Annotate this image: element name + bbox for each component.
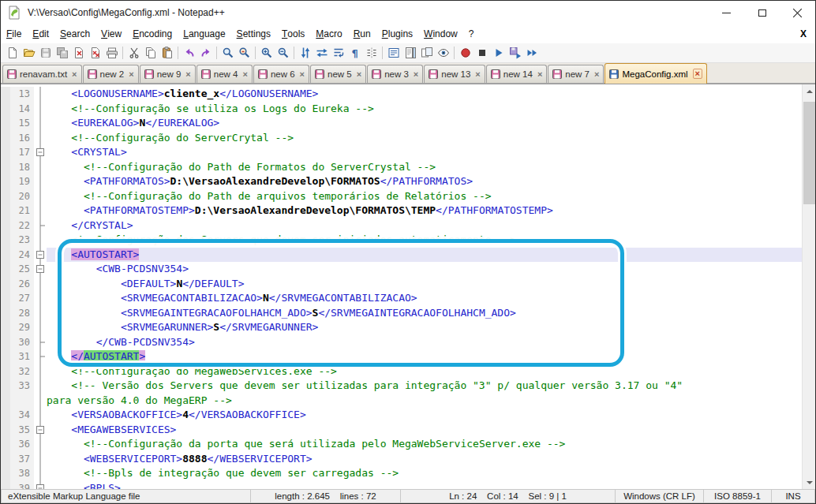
tab-new-13[interactable]: new 13× bbox=[424, 65, 485, 83]
code-text[interactable]: <WEBSERVICEPORT>8888</WEBSERVICEPORT> bbox=[47, 452, 815, 467]
tab-new-2[interactable]: new 2× bbox=[83, 65, 139, 83]
savemacro-icon[interactable] bbox=[507, 45, 523, 62]
copy-icon[interactable] bbox=[142, 45, 159, 62]
menu-item-plugins[interactable]: Plugins bbox=[376, 24, 418, 43]
tab-close-icon[interactable]: × bbox=[300, 70, 305, 79]
tab-close-icon[interactable]: × bbox=[414, 70, 418, 79]
menu-item-encoding[interactable]: Encoding bbox=[127, 24, 178, 43]
tab-megaconfig-xml[interactable]: MegaConfig.xml× bbox=[605, 63, 707, 84]
tab-new-4[interactable]: new 4× bbox=[197, 65, 253, 83]
tab-new-3[interactable]: new 3× bbox=[367, 65, 423, 83]
tab-close-icon[interactable]: × bbox=[357, 70, 361, 79]
synch-icon[interactable] bbox=[313, 45, 330, 62]
tab-close-icon[interactable]: × bbox=[242, 70, 247, 79]
play-icon[interactable] bbox=[490, 45, 507, 62]
fold-collapse-icon[interactable] bbox=[34, 248, 47, 263]
fold-collapse-icon[interactable] bbox=[34, 423, 47, 438]
menu-item-window[interactable]: Window bbox=[418, 24, 463, 43]
close-document-x[interactable]: X bbox=[792, 24, 815, 43]
code-text[interactable]: <!--Configuração do Path de arquivos tem… bbox=[47, 189, 815, 204]
code-text[interactable]: <!-- Versão dos Servers que devem ser ut… bbox=[47, 379, 815, 394]
code-text[interactable]: <DEFAULT>N</DEFAULT> bbox=[47, 277, 815, 292]
find-icon[interactable] bbox=[219, 45, 236, 62]
code-text[interactable]: <!--Configuração dos Servers que devem s… bbox=[47, 233, 815, 248]
menu-item-view[interactable]: View bbox=[95, 24, 127, 43]
fold-collapse-icon[interactable] bbox=[34, 481, 47, 490]
code-text[interactable]: <BPLS> bbox=[47, 481, 815, 490]
menu-item-search[interactable]: Search bbox=[54, 24, 95, 43]
code-text[interactable]: <SRVMEGARUNNER>S</SRVMEGARUNNER> bbox=[47, 320, 815, 335]
code-text[interactable]: <!--Configuração do MegaWebServices.exe … bbox=[47, 364, 815, 379]
menu-item-language[interactable]: Language bbox=[178, 24, 230, 43]
tab-close-icon[interactable]: × bbox=[475, 70, 480, 79]
record-icon[interactable] bbox=[457, 45, 474, 62]
vertical-scrollbar[interactable] bbox=[802, 84, 815, 489]
new-icon[interactable] bbox=[4, 45, 21, 62]
menu-item-[interactable]: ? bbox=[463, 24, 480, 43]
code-text[interactable]: <!--Configuração se utiliza os Logs do E… bbox=[47, 102, 815, 117]
code-text[interactable]: <EUREKALOG>N</EUREKALOG> bbox=[47, 116, 815, 131]
status-eol-format[interactable]: Windows (CR LF) bbox=[615, 489, 703, 503]
status-insert-mode[interactable]: INS bbox=[771, 489, 815, 503]
code-text[interactable]: <PATHFORMATOSTEMP>D:\VersaoAlexandreDeve… bbox=[47, 203, 815, 218]
menu-item-settings[interactable]: Settings bbox=[231, 24, 276, 43]
code-text[interactable]: <AUTOSTART> bbox=[47, 248, 815, 263]
code-text[interactable]: </CWB-PCDSNV354> bbox=[47, 335, 815, 350]
tab-close-icon[interactable]: × bbox=[537, 70, 542, 79]
code-text[interactable]: <VERSAOBACKOFFICE>4</VERSAOBACKOFFICE> bbox=[47, 408, 815, 423]
syncv-icon[interactable] bbox=[297, 45, 313, 62]
scroll-down-arrow-icon[interactable] bbox=[803, 476, 815, 489]
guide-icon[interactable] bbox=[363, 45, 380, 62]
code-text[interactable]: </AUTOSTART> bbox=[47, 349, 815, 364]
menu-item-edit[interactable]: Edit bbox=[27, 24, 54, 43]
status-encoding[interactable]: ISO 8859-1 bbox=[703, 489, 771, 503]
fold-collapse-icon[interactable] bbox=[34, 262, 47, 277]
playmulti-icon[interactable] bbox=[523, 45, 540, 62]
menu-item-tools[interactable]: Tools bbox=[276, 24, 310, 43]
tab-close-icon[interactable]: × bbox=[129, 70, 133, 79]
docswitch-icon[interactable] bbox=[418, 45, 435, 62]
code-text[interactable]: <!--Configuração do ServerCrytal --> bbox=[47, 131, 815, 146]
close-button[interactable] bbox=[780, 1, 815, 24]
replace-icon[interactable] bbox=[236, 45, 253, 62]
code-text[interactable]: <PATHFORMATOS>D:\VersaoAlexandreDevelop\… bbox=[47, 174, 815, 189]
tab-close-icon[interactable]: × bbox=[72, 70, 77, 79]
tab-renavam-txt[interactable]: renavam.txt× bbox=[2, 65, 82, 83]
code-area[interactable]: 13 <LOGONUSERNAME>cliente_x</LOGONUSERNA… bbox=[1, 84, 815, 489]
tab-close-icon[interactable]: × bbox=[185, 70, 190, 79]
cut-icon[interactable] bbox=[125, 45, 142, 62]
scrollbar-thumb[interactable] bbox=[803, 102, 815, 204]
tab-new-6[interactable]: new 6× bbox=[253, 65, 309, 83]
redo-icon[interactable] bbox=[197, 45, 214, 62]
undo-icon[interactable] bbox=[181, 45, 197, 62]
maximize-button[interactable] bbox=[744, 1, 780, 24]
fold-collapse-icon[interactable] bbox=[34, 145, 47, 160]
zoomout-icon[interactable] bbox=[275, 45, 291, 62]
stop-icon[interactable] bbox=[474, 45, 490, 62]
closeall-icon[interactable] bbox=[87, 45, 103, 62]
tab-close-icon[interactable]: × bbox=[594, 70, 599, 79]
code-text[interactable]: <CWB-PCDSNV354> bbox=[47, 262, 815, 277]
code-text[interactable]: <SRVMEGACONTABILIZACAO>N</SRVMEGACONTABI… bbox=[47, 291, 815, 306]
menu-item-file[interactable]: File bbox=[1, 24, 27, 43]
code-text[interactable]: <!--Configuração da porta que será utili… bbox=[47, 437, 815, 452]
showall-icon[interactable]: ¶ bbox=[346, 45, 363, 62]
tab-new-7[interactable]: new 7× bbox=[548, 65, 604, 83]
menu-item-run[interactable]: Run bbox=[348, 24, 376, 43]
code-text[interactable]: <CRYSTAL> bbox=[47, 145, 815, 160]
code-text[interactable]: </CRYSTAL> bbox=[47, 218, 815, 233]
code-text[interactable]: <!--Bpls de integração que devem ser car… bbox=[47, 466, 815, 481]
close-icon[interactable] bbox=[70, 45, 87, 62]
menu-item-macro[interactable]: Macro bbox=[310, 24, 347, 43]
open-icon[interactable] bbox=[21, 45, 37, 62]
eye-icon[interactable] bbox=[435, 45, 451, 62]
code-text[interactable]: <!--Configuração do Path de Formatos do … bbox=[47, 160, 815, 175]
scroll-up-arrow-icon[interactable] bbox=[803, 84, 815, 98]
code-text[interactable]: para versão 4.0 do MegaERP --> bbox=[47, 394, 815, 409]
tab-new-5[interactable]: new 5× bbox=[310, 65, 366, 83]
docmap-icon[interactable] bbox=[402, 45, 418, 62]
save-icon[interactable] bbox=[37, 45, 54, 62]
tab-new-14[interactable]: new 14× bbox=[486, 65, 548, 83]
minimize-button[interactable] bbox=[709, 1, 744, 24]
print-icon[interactable] bbox=[103, 45, 120, 62]
